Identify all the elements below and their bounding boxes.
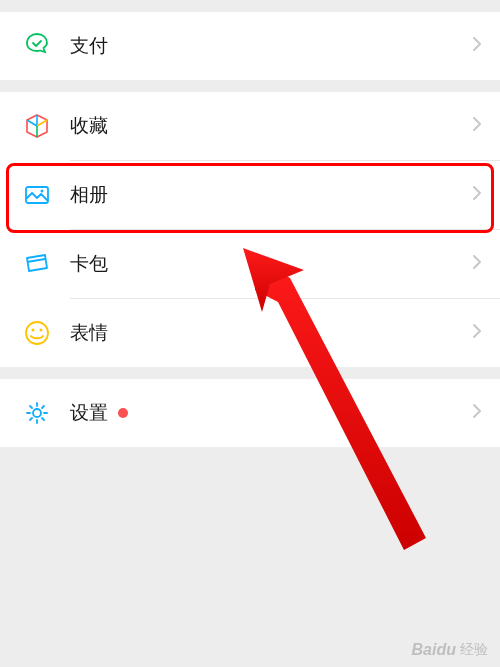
menu-item-settings[interactable]: 设置 <box>0 379 500 447</box>
chevron-right-icon <box>472 36 482 56</box>
menu-item-album[interactable]: 相册 <box>0 161 500 229</box>
menu-group-content: 收藏 相册 卡包 <box>0 92 500 367</box>
menu-item-cards[interactable]: 卡包 <box>0 230 500 298</box>
chevron-right-icon <box>472 185 482 205</box>
chevron-right-icon <box>472 403 482 423</box>
menu-label-album: 相册 <box>70 182 472 208</box>
chevron-right-icon <box>472 254 482 274</box>
cards-icon <box>22 249 52 279</box>
menu-item-emoji[interactable]: 表情 <box>0 299 500 367</box>
chevron-right-icon <box>472 323 482 343</box>
svg-point-1 <box>41 190 44 193</box>
svg-point-4 <box>40 329 43 332</box>
menu-group-payment: 支付 <box>0 12 500 80</box>
menu-label-favorites: 收藏 <box>70 113 472 139</box>
favorites-icon <box>22 111 52 141</box>
menu-item-payment[interactable]: 支付 <box>0 12 500 80</box>
menu-label-emoji: 表情 <box>70 320 472 346</box>
menu-label-payment: 支付 <box>70 33 472 59</box>
menu-label-cards: 卡包 <box>70 251 472 277</box>
watermark-brand: Baidu <box>412 641 456 659</box>
watermark-text: 经验 <box>460 641 488 659</box>
menu-group-settings: 设置 <box>0 379 500 447</box>
settings-icon <box>22 398 52 428</box>
payment-icon <box>22 31 52 61</box>
svg-point-2 <box>26 322 48 344</box>
notification-dot <box>118 408 128 418</box>
menu-label-settings: 设置 <box>70 400 108 426</box>
svg-point-5 <box>33 409 41 417</box>
svg-point-3 <box>32 329 35 332</box>
watermark: Baidu 经验 <box>412 641 488 659</box>
emoji-icon <box>22 318 52 348</box>
album-icon <box>22 180 52 210</box>
chevron-right-icon <box>472 116 482 136</box>
menu-item-favorites[interactable]: 收藏 <box>0 92 500 160</box>
